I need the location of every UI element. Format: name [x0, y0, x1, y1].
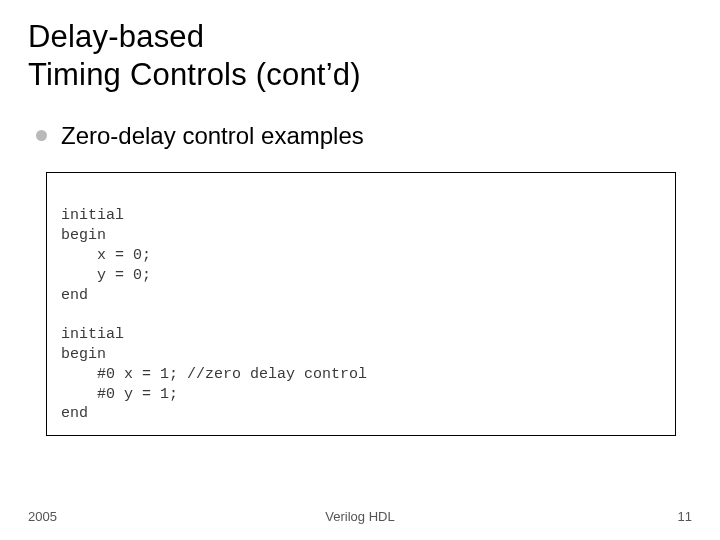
page-number: 11 [678, 509, 692, 524]
code-example-box: initial begin x = 0; y = 0; end initial … [46, 172, 676, 436]
footer-title: Verilog HDL [325, 509, 394, 524]
code-line: begin [61, 227, 106, 244]
code-line: #0 y = 1; [61, 386, 178, 403]
slide-footer: 2005 Verilog HDL 11 [0, 509, 720, 524]
code-line: end [61, 405, 88, 422]
bullet-item: Zero-delay control examples [36, 122, 692, 150]
title-line-2: Timing Controls (cont’d) [28, 56, 692, 94]
title-line-1: Delay-based [28, 18, 692, 56]
footer-year: 2005 [28, 509, 57, 524]
code-line: initial [61, 207, 124, 224]
code-line: initial [61, 326, 124, 343]
bullet-dot-icon [36, 130, 47, 141]
slide-title: Delay-based Timing Controls (cont’d) [28, 18, 692, 94]
code-line: end [61, 287, 88, 304]
bullet-text: Zero-delay control examples [61, 122, 364, 150]
code-line: begin [61, 346, 106, 363]
code-line: y = 0; [61, 267, 151, 284]
code-line: #0 x = 1; //zero delay control [61, 366, 367, 383]
slide: Delay-based Timing Controls (cont’d) Zer… [0, 0, 720, 540]
code-line: x = 0; [61, 247, 151, 264]
